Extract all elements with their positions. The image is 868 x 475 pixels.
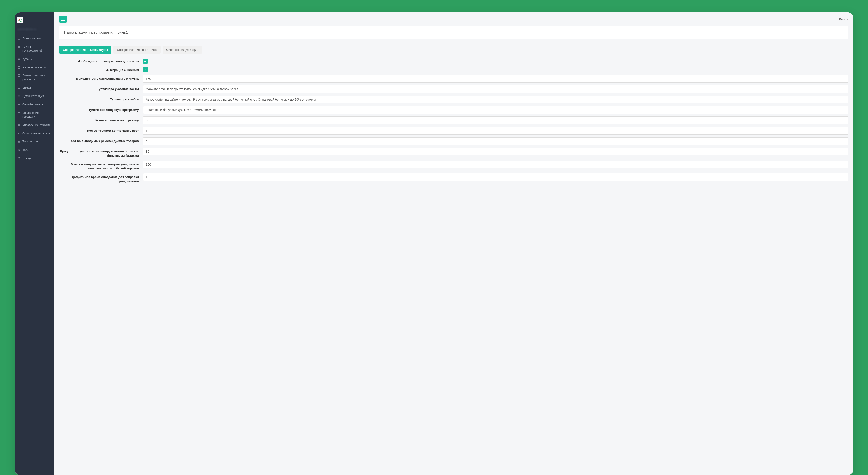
tooltip-email-input[interactable] — [143, 85, 848, 93]
form-row-items-before-show-all: Кол-во товаров до "показать все" — [59, 127, 848, 135]
form-label: Процент от суммы заказа, которую можно о… — [59, 148, 143, 158]
sidebar-item-label: Теги — [22, 148, 28, 152]
sidebar-item-cities[interactable]: Управление городами — [15, 109, 54, 121]
list-icon — [18, 86, 21, 89]
tab-sync-nomenclature[interactable]: Синхронизация номенклатуры — [59, 46, 112, 54]
sidebar-item-auto-mailings[interactable]: Автоматические рассылки — [15, 71, 54, 84]
svg-rect-7 — [19, 68, 20, 68]
svg-rect-6 — [18, 68, 19, 68]
auth-required-checkbox[interactable] — [143, 59, 148, 64]
svg-point-0 — [20, 19, 22, 22]
svg-point-3 — [19, 46, 20, 47]
form-row-tooltip-email: Тултип про указание почты — [59, 85, 848, 93]
svg-rect-26 — [61, 20, 65, 21]
sidebar-item-label: Блюда — [22, 156, 31, 160]
tooltip-bonus-input[interactable] — [143, 106, 848, 114]
page-title: Панель администрирования Гриль1 — [64, 30, 844, 35]
toggle-icon — [18, 132, 21, 135]
svg-point-1 — [19, 37, 20, 38]
abandoned-cart-input[interactable] — [143, 160, 848, 168]
form-row-bonus-percent: Процент от суммы заказа, которую можно о… — [59, 148, 848, 158]
sidebar-item-label: Заказы — [22, 86, 32, 90]
sidebar-item-payment-types[interactable]: Типы оплат — [15, 138, 54, 146]
form-row-auth-required: Необходимость авторизации для заказа — [59, 58, 848, 64]
sidebar-toggle-button[interactable] — [59, 16, 67, 23]
recommended-count-input[interactable] — [143, 137, 848, 145]
sidebar-logo-wrap — [15, 18, 54, 25]
main-content: Выйти Панель администрирования Гриль1 Си… — [54, 12, 853, 475]
sidebar-item-label: Администрация — [22, 94, 44, 98]
sidebar-item-user-groups[interactable]: Группы пользователей — [15, 43, 54, 55]
tab-sync-zones[interactable]: Синхронизация зон и точек — [113, 46, 161, 54]
user-icon — [18, 37, 21, 40]
sync-period-input[interactable] — [143, 75, 848, 83]
iiko-integration-checkbox[interactable] — [143, 67, 148, 72]
settings-form: Необходимость авторизации для заказа Инт… — [59, 58, 848, 183]
topbar: Выйти — [54, 12, 853, 26]
check-icon — [144, 68, 147, 71]
form-label: Интеграция с iikoCard — [59, 66, 143, 72]
users-icon — [18, 45, 21, 49]
sidebar-item-dishes[interactable]: Блюда — [15, 154, 54, 162]
svg-rect-24 — [61, 18, 65, 18]
sidebar-item-label: Управление городами — [22, 111, 52, 119]
sidebar: admin@site.ru Пользователи Группы пользо… — [15, 12, 54, 475]
svg-rect-8 — [18, 75, 19, 75]
grid-icon — [18, 74, 21, 77]
tabs: Синхронизация номенклатуры Синхронизация… — [59, 46, 848, 54]
pin-icon — [18, 111, 21, 115]
svg-point-20 — [19, 133, 20, 134]
sidebar-nav: Пользователи Группы пользователей Купоны… — [15, 34, 54, 162]
content-area: Панель администрирования Гриль1 Синхрони… — [54, 26, 853, 191]
form-label: Кол-во выводимых рекомендуемых товаров — [59, 137, 143, 143]
sidebar-item-orders[interactable]: Заказы — [15, 84, 54, 92]
svg-rect-11 — [19, 76, 20, 77]
form-label: Время в минутах, через которое уведомлят… — [59, 160, 143, 171]
form-row-tooltip-cashback: Тултип про кэшбэк — [59, 96, 848, 103]
bonus-percent-select[interactable]: 30 — [143, 148, 848, 155]
sidebar-item-users[interactable]: Пользователи — [15, 34, 54, 43]
page-title-card: Панель администрирования Гриль1 — [59, 26, 848, 39]
basket-icon — [18, 123, 21, 127]
sidebar-item-manual-mailings[interactable]: Ручные рассылки — [15, 63, 54, 72]
svg-rect-14 — [18, 88, 20, 89]
sidebar-item-label: Онлайн оплата — [22, 103, 43, 107]
svg-point-18 — [19, 112, 19, 112]
svg-point-23 — [18, 149, 19, 150]
user-icon — [18, 94, 21, 98]
reviews-per-page-input[interactable] — [143, 117, 848, 124]
svg-rect-9 — [19, 75, 20, 75]
svg-rect-13 — [18, 88, 20, 88]
sidebar-item-tags[interactable]: Теги — [15, 146, 54, 154]
hamburger-icon — [61, 18, 65, 21]
svg-point-2 — [18, 46, 19, 47]
form-label: Тултип про кэшбэк — [59, 96, 143, 101]
form-row-tooltip-bonus: Тултип про бонусную программу — [59, 106, 848, 114]
app-window: admin@site.ru Пользователи Группы пользо… — [15, 12, 853, 475]
sidebar-item-label: Автоматические рассылки — [22, 74, 52, 82]
sidebar-item-label: Типы оплат — [22, 140, 38, 144]
svg-rect-10 — [18, 76, 19, 77]
svg-rect-5 — [19, 66, 20, 67]
card-icon — [18, 103, 21, 106]
form-label: Тултип про указание почты — [59, 85, 143, 91]
sidebar-item-administration[interactable]: Администрация — [15, 92, 54, 100]
logout-link[interactable]: Выйти — [839, 18, 848, 21]
sidebar-item-online-payment[interactable]: Онлайн оплата — [15, 100, 54, 109]
sidebar-item-label: Группы пользователей — [22, 45, 52, 53]
form-label: Кол-во отзывов на страницу — [59, 117, 143, 122]
ticket-icon — [18, 57, 21, 61]
form-row-abandoned-cart: Время в минутах, через которое уведомлят… — [59, 160, 848, 171]
late-notify-input[interactable] — [143, 173, 848, 181]
sidebar-item-points[interactable]: Управление точками — [15, 121, 54, 129]
check-icon — [144, 60, 147, 63]
app-logo — [18, 18, 23, 23]
sidebar-item-coupons[interactable]: Купоны — [15, 55, 54, 63]
svg-rect-4 — [18, 66, 19, 67]
tab-sync-promotions[interactable]: Синхронизация акций — [162, 46, 202, 54]
tooltip-cashback-input[interactable] — [143, 96, 848, 103]
sidebar-item-checkout[interactable]: Оформление заказа — [15, 129, 54, 138]
sidebar-item-label: Ручные рассылки — [22, 66, 46, 69]
items-before-show-all-input[interactable] — [143, 127, 848, 135]
form-label: Тултип про бонусную программу — [59, 106, 143, 112]
